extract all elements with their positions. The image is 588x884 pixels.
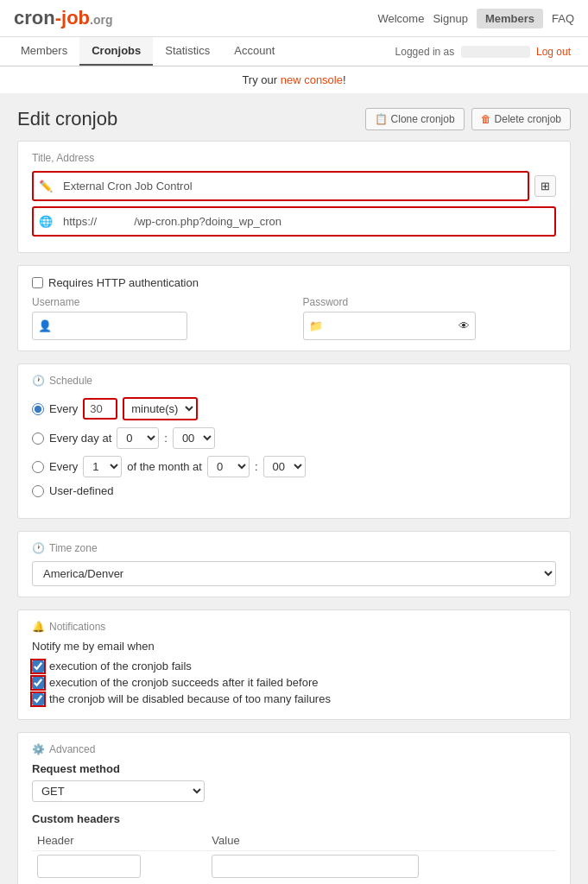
schedule-every-radio[interactable] (32, 403, 44, 415)
notifications-section-label: 🔔 Notifications (32, 621, 556, 633)
schedule-every-row: Every minute(s) hour(s) day(s) (32, 397, 556, 420)
every-value-input[interactable] (83, 398, 117, 420)
password-input[interactable] (326, 315, 455, 337)
headers-table: Header Value (32, 830, 556, 881)
colon2: : (255, 460, 258, 473)
every-label: Every (49, 402, 78, 415)
every-month-label: Every (49, 460, 78, 473)
custom-headers-label: Custom headers (32, 812, 556, 825)
username-input[interactable] (55, 315, 181, 337)
schedule-label-text: Schedule (49, 375, 92, 387)
delete-label: Delete cronjob (495, 113, 561, 125)
colon1: : (164, 432, 168, 445)
top-header: cron-job.org Welcome Signup Members FAQ (0, 0, 588, 37)
header-value-input[interactable] (212, 855, 419, 878)
url-input[interactable] (56, 211, 549, 232)
value-col-header: Value (206, 830, 540, 851)
logo-cron: cron (14, 7, 55, 28)
bell-icon: 🔔 (32, 621, 45, 633)
notify-label-2: execution of the cronjob succeeds after … (49, 676, 318, 689)
month-day-select[interactable]: 12510152028 (83, 456, 122, 477)
auth-section: Requires HTTP authentication Username 👤 … (17, 265, 571, 351)
auth-checkbox[interactable] (32, 277, 43, 288)
notify-description: Notify me by email when (32, 640, 556, 653)
main-content: Edit cronjob 📋 Clone cronjob 🗑 Delete cr… (0, 94, 588, 884)
password-label: Password (303, 296, 557, 308)
notify-checkbox-1[interactable] (32, 660, 44, 672)
delete-cronjob-button[interactable]: 🗑 Delete cronjob (471, 108, 571, 130)
nav-signup[interactable]: Signup (433, 12, 467, 25)
day-minute-select[interactable]: 00051015202530 (173, 427, 215, 449)
clock-icon: 🕐 (32, 375, 45, 387)
title-address-text: Title, Address (32, 152, 94, 164)
timezone-section: 🕐 Time zone America/Denver America/New_Y… (17, 531, 571, 597)
username-field-wrapper: 👤 (32, 312, 187, 340)
schedule-user-defined-row: User-defined (32, 484, 556, 497)
tab-account[interactable]: Account (222, 37, 287, 66)
banner: Try our new console! (0, 66, 588, 94)
schedule-section: 🕐 Schedule Every minute(s) hour(s) day(s… (17, 363, 571, 519)
top-nav: Welcome Signup Members FAQ (377, 9, 574, 28)
user-icon: 👤 (38, 319, 52, 332)
title-address-section: Title, Address ✏️ ⊞ 🌐 (17, 141, 571, 253)
schedule-day-row: Every day at 01236121823 : 0005101520253… (32, 427, 556, 449)
title-address-label: Title, Address (32, 152, 556, 164)
banner-suffix: ! (343, 73, 346, 86)
logo-org: .org (90, 13, 112, 27)
clone-cronjob-button[interactable]: 📋 Clone cronjob (365, 108, 465, 130)
every-unit-select[interactable]: minute(s) hour(s) day(s) (123, 397, 198, 420)
notify-row-1: execution of the cronjob fails (32, 660, 556, 672)
nav-members[interactable]: Members (477, 9, 543, 28)
title-row: ✏️ ⊞ (32, 171, 556, 201)
tab-cronjobs[interactable]: Cronjobs (79, 37, 153, 66)
timezone-select[interactable]: America/Denver America/New_York America/… (32, 561, 556, 586)
nav-welcome[interactable]: Welcome (377, 12, 424, 25)
request-method-select[interactable]: GET POST PUT DELETE HEAD (32, 780, 205, 802)
title-field-wrapper: ✏️ (32, 171, 529, 201)
timezone-clock-icon: 🕐 (32, 542, 45, 554)
username-group: Username 👤 (32, 296, 286, 340)
logged-in-label: Logged in as (395, 46, 455, 58)
folder-icon: 📁 (309, 319, 323, 332)
action-col-header (541, 830, 556, 851)
page-actions: 📋 Clone cronjob 🗑 Delete cronjob (365, 108, 571, 130)
logout-link[interactable]: Log out (536, 46, 571, 58)
notifications-label-text: Notifications (49, 621, 105, 633)
schedule-day-radio[interactable] (32, 433, 44, 445)
page-title: Edit cronjob (17, 108, 117, 130)
title-extra-icon[interactable]: ⊞ (534, 175, 556, 197)
logo: cron-job.org (14, 7, 112, 29)
notify-checkbox-3[interactable] (32, 693, 44, 705)
clone-icon: 📋 (375, 113, 388, 125)
schedule-label: 🕐 Schedule (32, 375, 556, 387)
logged-in-user (461, 46, 530, 58)
schedule-user-defined-radio[interactable] (32, 485, 44, 497)
page-header: Edit cronjob 📋 Clone cronjob 🗑 Delete cr… (17, 108, 571, 130)
title-input[interactable] (56, 175, 522, 197)
notify-checkbox-2[interactable] (32, 677, 44, 689)
clone-label: Clone cronjob (391, 113, 455, 125)
schedule-month-radio[interactable] (32, 461, 44, 473)
url-row: 🌐 (32, 206, 556, 237)
password-group: Password 📁 👁 (303, 296, 557, 340)
tab-bar: Members Cronjobs Statistics Account Logg… (0, 37, 588, 66)
notify-label-3: the cronjob will be disabled because of … (49, 692, 331, 705)
tab-members[interactable]: Members (9, 37, 79, 66)
month-hour-select[interactable]: 061218 (207, 456, 250, 477)
notify-row-3: the cronjob will be disabled because of … (32, 692, 556, 705)
nav-faq[interactable]: FAQ (552, 12, 574, 25)
advanced-section: ⚙️ Advanced Request method GET POST PUT … (17, 732, 571, 884)
banner-link[interactable]: new console (281, 73, 343, 86)
schedule-month-row: Every 12510152028 of the month at 061218… (32, 456, 556, 477)
auth-label: Requires HTTP authentication (48, 276, 199, 289)
advanced-icon: ⚙️ (32, 743, 45, 755)
day-hour-select[interactable]: 01236121823 (117, 427, 159, 449)
eye-icon[interactable]: 👁 (458, 319, 470, 332)
url-field-wrapper: 🌐 (32, 206, 556, 237)
month-minute-select[interactable]: 00153045 (263, 456, 306, 477)
tab-statistics[interactable]: Statistics (153, 37, 222, 66)
header-name-input[interactable] (37, 855, 141, 878)
every-day-label: Every day at (49, 432, 111, 445)
timezone-section-label: 🕐 Time zone (32, 542, 556, 554)
logo-dash: - (55, 7, 61, 28)
